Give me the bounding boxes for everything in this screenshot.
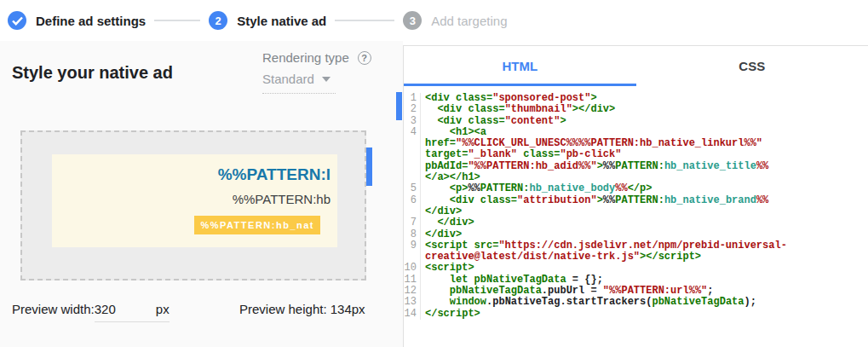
line-number: 2 — [404, 104, 421, 115]
code-row: </div> — [404, 206, 868, 217]
preview-scrollbar-thumb[interactable] — [366, 147, 372, 186]
code-line: <div class="attribution">%%PATTERN:hb_na… — [421, 195, 768, 206]
code-row: </a></h1> — [404, 172, 868, 183]
code-row: pbAdId="%%PATTERN:hb_adid%%">%%PATTERN:h… — [404, 161, 868, 172]
rendering-type-label: Rendering type — [262, 50, 349, 65]
ad-brand-badge: %%PATTERN:hb_nat — [194, 216, 320, 234]
code-row: target="_blank" class="pb-click" — [404, 149, 868, 160]
code-line: target="_blank" class="pb-click" — [421, 149, 621, 160]
code-line: </div> — [421, 206, 462, 217]
line-number — [404, 138, 421, 149]
tab-css-label: CSS — [739, 59, 765, 73]
preview-width-unit: px — [156, 302, 170, 316]
code-line: <p>%%PATTERN:hb_native_body%%</p> — [421, 183, 652, 194]
line-number: 12 — [404, 286, 421, 297]
code-editor-panel: HTML CSS 1<div class="sponsored-post">2 … — [403, 45, 868, 347]
line-number — [404, 252, 421, 263]
line-number — [404, 161, 421, 172]
step-number-badge: 3 — [403, 11, 422, 30]
step-label: Add targeting — [431, 14, 507, 28]
rendering-type-value: Standard — [262, 72, 314, 86]
ad-body-placeholder: %%PATTERN:hb — [52, 192, 331, 206]
line-number: 7 — [404, 217, 421, 228]
code-line: href="%%CLICK_URL_UNESC%%%%PATTERN:hb_na… — [421, 138, 762, 149]
code-row: 3 <div class="content"> — [404, 116, 868, 127]
stepper: Define ad settings 2 Style native ad 3 A… — [0, 0, 868, 41]
step-connector-line — [154, 20, 200, 21]
step-label: Style native ad — [237, 14, 326, 28]
code-line: </script> — [421, 309, 480, 320]
code-row: 9<script src="https://cdn.jsdelivr.net/n… — [404, 240, 868, 252]
line-number: 14 — [404, 309, 421, 320]
preview-width-value: 320 — [95, 302, 116, 316]
line-number: 13 — [404, 297, 421, 308]
line-number: 5 — [404, 183, 421, 194]
code-row: 4 <h1><a — [404, 127, 868, 138]
code-line: <div class="content"> — [421, 116, 566, 127]
rendering-type-block: Rendering type ? Standard — [262, 50, 371, 94]
native-ad-card: %%PATTERN:l %%PATTERN:hb %%PATTERN:hb_na… — [52, 154, 337, 247]
code-line: window.pbNativeTag.startTrackers(pbNativ… — [421, 297, 756, 308]
code-line: </div> — [421, 217, 474, 228]
panel-scrollbar-thumb[interactable] — [396, 92, 402, 120]
tab-css[interactable]: CSS — [636, 46, 868, 86]
line-number: 8 — [404, 229, 421, 240]
code-line: pbAdId="%%PATTERN:hb_adid%%">%%PATTERN:h… — [421, 161, 768, 172]
code-row: href="%%CLICK_URL_UNESC%%%%PATTERN:hb_na… — [404, 138, 868, 149]
line-number: 6 — [404, 195, 421, 206]
ad-title-placeholder: %%PATTERN:l — [52, 165, 331, 184]
step-style-native-ad[interactable]: 2 Style native ad — [209, 11, 326, 30]
code-row: 7 </div> — [404, 217, 868, 228]
preview-height-label: Preview height: 134px — [239, 302, 365, 316]
line-number: 4 — [404, 127, 421, 138]
preview-width-input[interactable]: 320 px — [95, 302, 170, 322]
step-label: Define ad settings — [36, 14, 146, 28]
line-number — [404, 206, 421, 217]
check-icon — [8, 11, 26, 30]
code-row: 11 let pbNativeTagData = {}; — [404, 275, 868, 286]
code-line: <div class="sponsored-post"> — [421, 93, 597, 104]
line-number: 1 — [404, 93, 421, 104]
code-row: 13 window.pbNativeTag.startTrackers(pbNa… — [404, 297, 868, 308]
rendering-type-select[interactable]: Standard — [262, 72, 336, 94]
step-connector-line — [335, 20, 394, 21]
code-line: <script src="https://cdn.jsdelivr.net/np… — [421, 240, 787, 252]
code-line: pbNativeTagData.pubUrl = "%%PATTERN:url%… — [421, 286, 713, 297]
line-number: 11 — [404, 275, 421, 286]
code-row: 10<script> — [404, 263, 868, 274]
line-number — [404, 149, 421, 160]
step-define-ad-settings[interactable]: Define ad settings — [8, 11, 146, 30]
tab-html[interactable]: HTML — [404, 46, 636, 86]
code-line: let pbNativeTagData = {}; — [421, 275, 603, 286]
code-row: 8</div> — [404, 229, 868, 240]
code-line: <div class="thumbnail"></div> — [421, 104, 615, 115]
step-number-badge: 2 — [209, 11, 227, 30]
chevron-down-icon — [322, 77, 331, 82]
preview-width-label: Preview width: — [12, 302, 95, 316]
code-line: <script> — [421, 263, 474, 274]
code-editor[interactable]: 1<div class="sponsored-post">2 <div clas… — [404, 89, 868, 347]
line-number: 10 — [404, 263, 421, 274]
tab-html-label: HTML — [502, 59, 537, 73]
active-tab-underline — [404, 84, 636, 86]
code-line: </a></h1> — [421, 172, 480, 183]
code-row: 6 <div class="attribution">%%PATTERN:hb_… — [404, 195, 868, 206]
preview-width-row: Preview width: 320 px — [12, 302, 170, 322]
code-tabs: HTML CSS — [404, 46, 868, 86]
code-row: 2 <div class="thumbnail"></div> — [404, 104, 868, 115]
code-row: creative@latest/dist/native-trk.js"></sc… — [404, 252, 868, 263]
line-number: 3 — [404, 116, 421, 127]
line-number: 9 — [404, 240, 421, 252]
style-panel: Style your native ad Rendering type ? St… — [0, 41, 403, 347]
code-row: 12 pbNativeTagData.pubUrl = "%%PATTERN:u… — [404, 286, 868, 297]
code-line: creative@latest/dist/native-trk.js"></sc… — [421, 252, 701, 263]
code-row: 5 <p>%%PATTERN:hb_native_body%%</p> — [404, 183, 868, 194]
step-add-targeting[interactable]: 3 Add targeting — [403, 11, 507, 30]
code-line: </div> — [421, 229, 462, 240]
code-row: 14</script> — [404, 309, 868, 320]
page-title: Style your native ad — [12, 63, 173, 83]
line-number — [404, 172, 421, 183]
help-icon[interactable]: ? — [358, 51, 371, 65]
code-row: 1<div class="sponsored-post"> — [404, 93, 868, 104]
code-line: <h1><a — [421, 127, 486, 138]
